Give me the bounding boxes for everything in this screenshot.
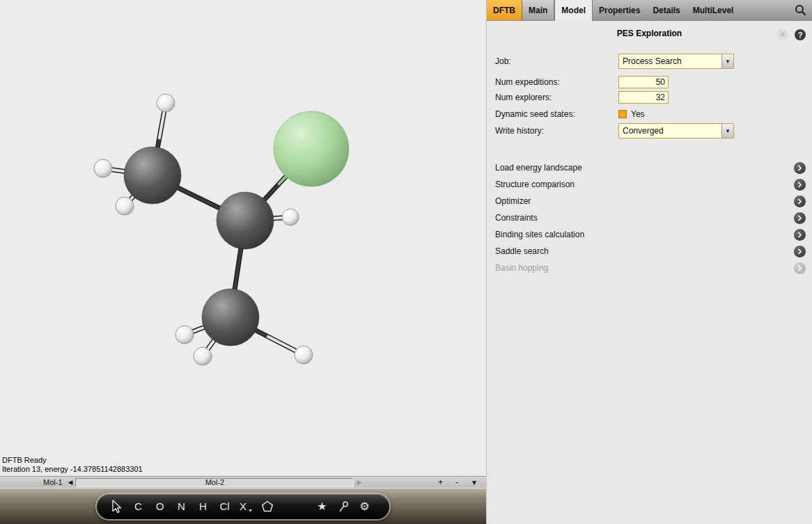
scroll-right-icon[interactable]: ▶ xyxy=(357,479,361,486)
write-history-dropdown-value: Converged xyxy=(619,124,721,138)
link-label: Load energy landscape xyxy=(495,163,582,173)
remove-molecule-button[interactable]: - xyxy=(455,477,458,487)
job-row: Job: Process Search ▼ xyxy=(495,54,812,69)
mol-tab-1[interactable]: Mol-1 xyxy=(40,478,65,486)
element-n-button[interactable]: N xyxy=(171,494,192,519)
status-iteration: Iteration 13, energy -14.37851142883301 xyxy=(2,465,143,474)
pes-form: Job: Process Search ▼ Num expeditions: N… xyxy=(487,54,812,138)
link-label: Binding sites calculation xyxy=(495,230,584,239)
chevron-right-icon[interactable] xyxy=(794,179,806,191)
link-structure-comparison[interactable]: Structure comparison xyxy=(487,176,812,193)
dynamic-seed-states-value: Yes xyxy=(631,109,645,119)
panel-title-icons: ≡ ? xyxy=(777,29,806,40)
search-icon[interactable] xyxy=(795,4,806,16)
link-label: Basin hopping xyxy=(495,263,548,273)
write-history-row: Write history: Converged ▼ xyxy=(495,123,812,138)
element-toolbar-strip: C O N H Cl X ▼ ★ ⚙ xyxy=(0,489,486,524)
help-icon[interactable]: ? xyxy=(795,29,806,40)
chevron-right-icon[interactable] xyxy=(794,162,806,174)
element-toolbar: C O N H Cl X ▼ ★ ⚙ xyxy=(97,494,389,519)
mol-tab-2-label: Mol-2 xyxy=(205,478,225,486)
status-engine: DFTB Ready xyxy=(2,456,143,465)
num-explorers-row: Num explorers: xyxy=(495,90,812,105)
mol-tab-2-selected[interactable]: Mol-2 xyxy=(75,478,354,487)
page-title: PES Exploration xyxy=(487,29,812,38)
num-expeditions-field[interactable] xyxy=(618,76,669,88)
tabbar-spacer xyxy=(740,0,795,20)
molecule-tab-strip: Mol-1 ◀ Mol-2 ▶ + - ▼ xyxy=(0,476,486,488)
tab-dftb[interactable]: DFTB xyxy=(487,0,522,20)
settings-gear-icon[interactable]: ⚙ xyxy=(354,494,375,519)
link-constraints[interactable]: Constraints xyxy=(487,209,812,226)
link-basin-hopping: Basin hopping xyxy=(487,260,812,276)
link-saddle-search[interactable]: Saddle search xyxy=(487,243,812,260)
link-label: Constraints xyxy=(495,213,538,223)
dynamic-seed-states-label: Dynamic seed states: xyxy=(495,109,618,119)
chevron-right-icon xyxy=(794,262,806,274)
structures-star-icon[interactable]: ★ xyxy=(311,494,333,519)
link-binding-sites-calculation[interactable]: Binding sites calculation xyxy=(487,226,812,243)
element-x-button[interactable]: X ▼ xyxy=(235,494,257,519)
dynamic-seed-states-checkbox[interactable] xyxy=(618,110,627,118)
link-label: Saddle search xyxy=(495,246,549,256)
select-cursor-icon[interactable] xyxy=(107,494,127,519)
tab-properties[interactable]: Properties xyxy=(593,0,646,20)
add-molecule-button[interactable]: + xyxy=(438,477,443,487)
write-history-label: Write history: xyxy=(495,126,618,136)
panel-title-row: PES Exploration ≡ ? xyxy=(487,29,812,42)
status-area: DFTB Ready Iteration 13, energy -14.3785… xyxy=(2,456,143,474)
chevron-right-icon[interactable] xyxy=(794,212,806,224)
input-panel: DFTB Main Model Properties Details Multi… xyxy=(486,0,812,524)
job-dropdown-value: Process Search xyxy=(619,54,721,68)
chevron-right-icon[interactable] xyxy=(794,196,806,207)
dynamic-seed-states-row: Dynamic seed states: Yes xyxy=(495,106,812,122)
element-h-button[interactable]: H xyxy=(192,494,214,519)
chevron-right-icon[interactable] xyxy=(794,246,806,257)
tab-details[interactable]: Details xyxy=(646,0,686,20)
job-dropdown[interactable]: Process Search ▼ xyxy=(618,54,734,69)
element-c-button[interactable]: C xyxy=(127,494,149,519)
wand-icon[interactable] xyxy=(333,494,354,519)
element-cl-button[interactable]: Cl xyxy=(214,494,235,519)
link-load-energy-landscape[interactable]: Load energy landscape xyxy=(487,159,812,176)
molecule-canvas[interactable] xyxy=(0,0,486,476)
job-dropdown-arrow-icon[interactable]: ▼ xyxy=(721,54,733,68)
write-history-dropdown-arrow-icon[interactable]: ▼ xyxy=(721,124,733,138)
link-label: Structure comparison xyxy=(495,180,575,189)
tab-model[interactable]: Model xyxy=(554,0,593,21)
write-history-dropdown[interactable]: Converged ▼ xyxy=(618,123,734,138)
scroll-left-icon[interactable]: ◀ xyxy=(68,479,73,486)
link-label: Optimizer xyxy=(495,196,531,206)
element-x-dropdown-icon: ▼ xyxy=(248,508,253,519)
chevron-right-icon[interactable] xyxy=(794,229,806,241)
element-x-label: X xyxy=(240,500,247,512)
subpanel-links: Load energy landscape Structure comparis… xyxy=(487,159,812,276)
tab-main[interactable]: Main xyxy=(522,0,554,20)
num-explorers-label: Num explorers: xyxy=(495,93,618,102)
num-expeditions-label: Num expeditions: xyxy=(495,77,618,87)
link-optimizer[interactable]: Optimizer xyxy=(487,193,812,209)
viewer-pane: DFTB Ready Iteration 13, energy -14.3785… xyxy=(0,0,486,524)
tab-multilevel[interactable]: MultiLevel xyxy=(687,0,740,20)
pes-exploration-panel: PES Exploration ≡ ? Job: Process Search … xyxy=(487,21,812,276)
job-label: Job: xyxy=(495,56,618,66)
molecule-viewport[interactable]: DFTB Ready Iteration 13, energy -14.3785… xyxy=(0,0,486,476)
num-explorers-field[interactable] xyxy=(618,91,669,104)
molecule-menu-button[interactable]: ▼ xyxy=(471,479,478,486)
element-o-button[interactable]: O xyxy=(149,494,171,519)
panel-menu-icon[interactable]: ≡ xyxy=(777,29,788,40)
num-expeditions-row: Num expeditions: xyxy=(495,74,812,90)
ring-tool-icon[interactable] xyxy=(257,494,278,519)
panel-tabbar: DFTB Main Model Properties Details Multi… xyxy=(487,0,812,21)
